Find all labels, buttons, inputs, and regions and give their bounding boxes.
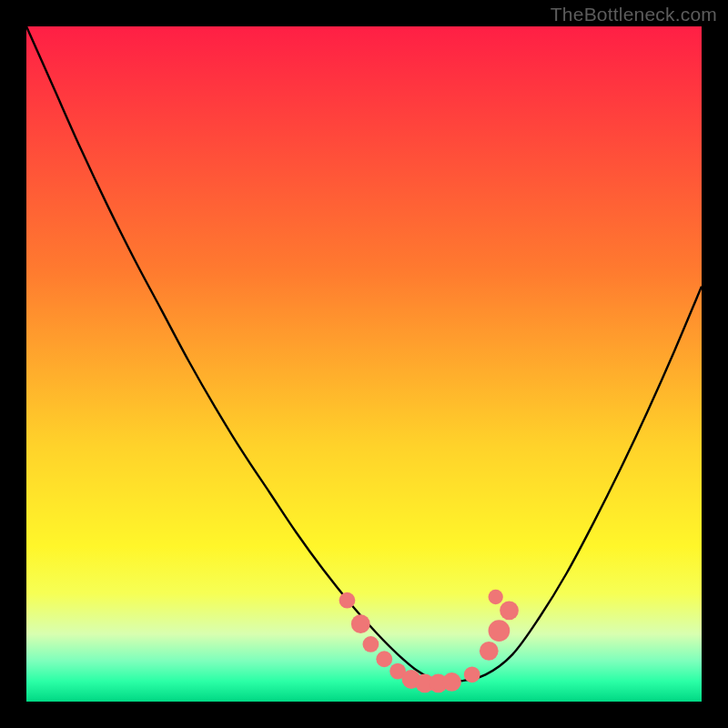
marker-dot	[339, 592, 356, 609]
marker-dot	[442, 672, 461, 692]
marker-dot	[489, 590, 503, 604]
chart-frame: TheBottleneck.com	[0, 0, 728, 728]
bottleneck-curve	[26, 26, 702, 682]
marker-dot	[489, 620, 511, 642]
marker-dot	[351, 614, 370, 633]
curve-layer	[26, 26, 702, 702]
plot-area	[26, 26, 702, 702]
marker-dot	[464, 666, 480, 682]
watermark-text: TheBottleneck.com	[551, 4, 717, 25]
marker-dot	[500, 601, 519, 620]
markers	[339, 590, 519, 693]
marker-dot	[376, 651, 392, 667]
marker-dot	[363, 636, 379, 652]
marker-dot	[480, 642, 499, 661]
